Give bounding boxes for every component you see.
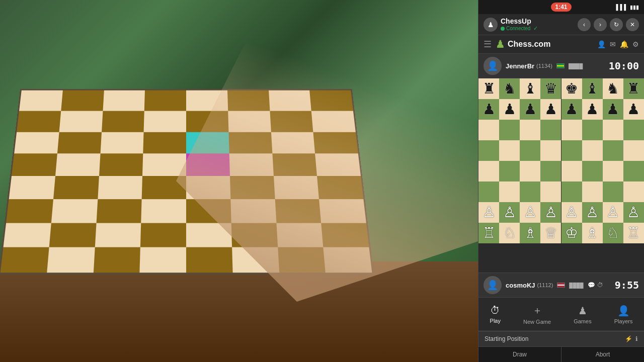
info-icon[interactable]: ℹ xyxy=(635,335,638,342)
board-cell: ♝ xyxy=(582,78,603,99)
board-cell: ♟ xyxy=(561,99,582,120)
bottom-player-info: cosmoKJ (1112) ████ 💬 ⏱ xyxy=(506,282,615,289)
board-photo-cell xyxy=(53,176,99,199)
board-cell xyxy=(540,120,561,140)
board-cell xyxy=(623,182,644,202)
board-cell xyxy=(603,182,623,202)
bottom-player-flag xyxy=(557,283,565,288)
board-photo-cell xyxy=(47,247,95,273)
lightning-icon[interactable]: ⚡ xyxy=(625,335,632,342)
bottom-tab-bar: Draw Abort xyxy=(478,346,644,362)
board-cell xyxy=(603,120,623,140)
board-cell xyxy=(478,140,499,161)
board-cell: ♗ xyxy=(582,223,603,243)
board-cell: ♙ xyxy=(520,202,540,223)
bottom-player-rating: (1112) xyxy=(537,282,553,288)
board-photo-cell xyxy=(12,154,57,176)
board-photo-cell xyxy=(95,223,141,247)
board-cell: ♟ xyxy=(623,99,644,120)
chessup-logo: ♟ xyxy=(484,18,498,32)
board-photo-cell xyxy=(6,199,53,223)
board-cell: ♙ xyxy=(623,202,644,223)
right-panel: 1:41 ▌▌▌ ▮▮▮ ♟ ChessUp Connected ✓ ‹ › ↻… xyxy=(478,0,644,362)
board-cell: ♙ xyxy=(478,202,499,223)
connected-dot xyxy=(501,27,505,31)
board-photo-cell xyxy=(93,247,140,273)
status-bar: 1:41 ▌▌▌ ▮▮▮ xyxy=(478,0,644,14)
board-cell: ♘ xyxy=(603,223,623,243)
board-cell: ♟ xyxy=(478,99,499,120)
person-icon[interactable]: 👤 xyxy=(597,40,606,48)
board-photo-cell xyxy=(100,132,144,153)
nav-games[interactable]: ♟ Games xyxy=(569,303,596,326)
board-photo-cell xyxy=(14,132,59,153)
board-cell xyxy=(540,182,561,202)
board-photo-cell xyxy=(57,132,102,153)
board-photo-cell xyxy=(141,199,186,223)
top-player-row: 👤 JennerBr (1134) ████ 10:00 xyxy=(478,54,644,78)
chess-board-display: ♜♞♝♛♚♝♞♜♟♟♟♟♟♟♟♟♙♙♙♙♙♙♙♙♖♘♗♕♔♗♘♖ xyxy=(478,78,644,273)
connected-text: Connected xyxy=(506,26,530,31)
board-cell: ♝ xyxy=(520,78,540,99)
connected-badge: Connected ✓ xyxy=(501,25,538,32)
board-cell: ♙ xyxy=(540,202,561,223)
board-cell: ♙ xyxy=(499,202,520,223)
board-cell xyxy=(603,140,623,161)
nav-new-game[interactable]: ＋ New Game xyxy=(518,302,556,327)
board-photo-cell xyxy=(102,111,144,132)
top-player-name-row: JennerBr (1134) ████ xyxy=(506,62,609,70)
board-cell: ♟ xyxy=(499,99,520,120)
top-player-rating: (1134) xyxy=(536,63,552,69)
nav-play[interactable]: ⏱ Play xyxy=(485,303,506,326)
games-icon: ♟ xyxy=(578,305,587,317)
play-icon: ⏱ xyxy=(490,305,500,316)
board-cell xyxy=(582,120,603,140)
board-cell xyxy=(520,140,540,161)
board-cell xyxy=(582,140,603,161)
draw-tab[interactable]: Draw xyxy=(478,347,561,362)
refresh-button[interactable]: ↻ xyxy=(610,18,623,31)
nav-players[interactable]: 👤 Players xyxy=(609,303,638,326)
board-cell xyxy=(623,120,644,140)
chess-navbar-left: ☰ ♟ Chess.com xyxy=(484,38,550,50)
games-label: Games xyxy=(574,318,591,324)
board-photo-cell xyxy=(98,176,142,199)
prev-button[interactable]: ‹ xyxy=(578,18,591,31)
table-surface xyxy=(0,261,478,362)
board-cell xyxy=(499,161,520,182)
board-cell xyxy=(478,182,499,202)
bottom-nav: ⏱ Play ＋ New Game ♟ Games 👤 Players xyxy=(478,297,644,331)
bottom-player-signal: ████ xyxy=(569,283,583,288)
chessup-info: ChessUp Connected ✓ xyxy=(501,17,538,32)
board-photo-cell xyxy=(49,223,96,247)
board-cell xyxy=(561,161,582,182)
board-photo-cell xyxy=(51,199,98,223)
board-cell xyxy=(561,182,582,202)
bottom-player-name-row: cosmoKJ (1112) ████ 💬 ⏱ xyxy=(506,282,615,289)
board-cell xyxy=(561,120,582,140)
mail-icon[interactable]: ✉ xyxy=(610,40,616,48)
signal-icon: ▌▌▌ xyxy=(616,4,628,10)
nav-icons: 👤 ✉ 🔔 ⚙ xyxy=(597,40,639,48)
chat-icon[interactable]: 💬 xyxy=(588,282,595,289)
board-photo-cell xyxy=(59,111,103,132)
board-cell: ♛ xyxy=(540,78,561,99)
board-cell: ♕ xyxy=(540,223,561,243)
next-button[interactable]: › xyxy=(594,18,607,31)
board-photo-cell xyxy=(140,247,186,273)
hamburger-icon[interactable]: ☰ xyxy=(484,39,492,50)
top-player-avatar: 👤 xyxy=(484,57,502,75)
board-cell xyxy=(623,161,644,182)
gear-icon[interactable]: ⚙ xyxy=(632,40,639,48)
board-cell: ♞ xyxy=(603,78,623,99)
board-photo-cell xyxy=(96,199,142,223)
board-cell: ♟ xyxy=(540,99,561,120)
chessup-name: ChessUp xyxy=(501,17,538,25)
board-photo-cell xyxy=(103,90,145,111)
board-cell: ♟ xyxy=(582,99,603,120)
close-button[interactable]: ✕ xyxy=(626,18,639,31)
board-photo-cell xyxy=(17,111,61,132)
bell-icon[interactable]: 🔔 xyxy=(620,40,628,48)
abort-tab[interactable]: Abort xyxy=(561,347,644,362)
top-player-avatar-icon: 👤 xyxy=(487,60,498,71)
